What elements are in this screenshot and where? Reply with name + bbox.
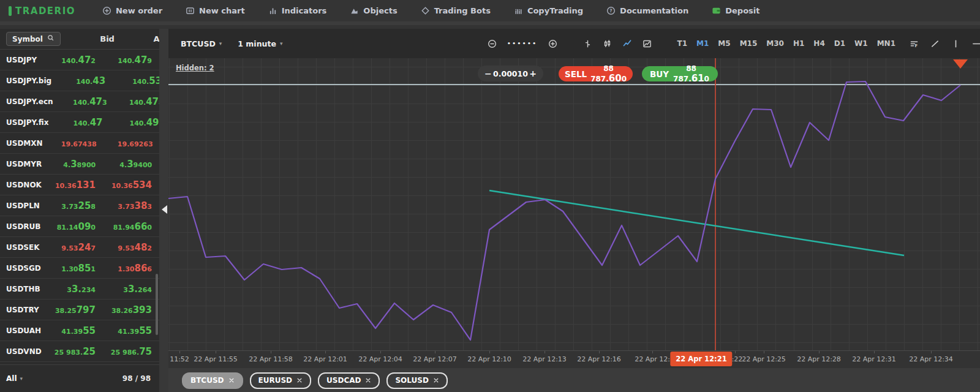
- sell-button[interactable]: SELL 88 787.600: [559, 66, 633, 81]
- bid-price: 38.25797: [42, 304, 96, 315]
- zoom-out-button[interactable]: [488, 39, 497, 48]
- nav-item-label: CopyTrading: [527, 6, 583, 15]
- tab-eurusd[interactable]: EURUSD: [250, 372, 312, 389]
- ask-price: 41.3955: [96, 325, 152, 336]
- timeframe-m5[interactable]: M5: [718, 39, 730, 48]
- bar-style-icon[interactable]: [583, 39, 592, 48]
- table-row[interactable]: USDJPY.fix140.47140.49: [0, 112, 159, 133]
- table-row[interactable]: USDTHB33.23433.264: [0, 279, 159, 300]
- table-row[interactable]: USDMYR4.389004.39400: [0, 154, 159, 175]
- timeframe-m15[interactable]: M15: [740, 39, 758, 48]
- nav-item-copytrading[interactable]: CopyTrading: [514, 6, 583, 15]
- nav-item-label: Indicators: [282, 6, 327, 15]
- table-row[interactable]: USDSEK9.532479.53482: [0, 237, 159, 258]
- symbol-header-label: Symbol: [12, 35, 43, 43]
- axis-label: 22 Apr 12:31: [852, 351, 896, 368]
- axis-label: 22 Apr 11:58: [249, 351, 293, 368]
- chart-panel: BTCUSD ▾ 1 minute ▾ •••••• T1M1M5M15M30H…: [168, 29, 980, 392]
- filter-dropdown[interactable]: All ▾: [6, 374, 23, 383]
- bid-price: 140.473: [53, 96, 107, 107]
- timeframe-mn1[interactable]: MN1: [877, 39, 895, 48]
- collapse-sidebar-arrow-icon[interactable]: [162, 205, 167, 214]
- table-row[interactable]: USDJPY.big140.43140.53: [0, 70, 159, 91]
- sell-label: SELL: [565, 69, 587, 79]
- line-style-icon[interactable]: [622, 39, 632, 48]
- timeframe-w1[interactable]: W1: [854, 39, 868, 48]
- tab-solusd[interactable]: SOLUSD: [386, 372, 447, 389]
- timeframe-d1[interactable]: D1: [834, 39, 845, 48]
- watchlist-scrollbar[interactable]: [156, 274, 158, 335]
- ask-price: 9.53482: [96, 241, 152, 253]
- close-icon[interactable]: [228, 377, 235, 383]
- table-row[interactable]: USDMXN19.6743819.69263: [0, 133, 159, 154]
- area-style-icon[interactable]: [643, 39, 652, 48]
- bid-price: 9.53247: [42, 241, 96, 253]
- timeframe-t1[interactable]: T1: [677, 39, 688, 48]
- time-axis[interactable]: 11:5222 Apr 11:5522 Apr 11:5822 Apr 12:0…: [168, 350, 980, 368]
- indicators-icon: [268, 6, 277, 15]
- symbol-label: USDSGD: [6, 264, 42, 273]
- search-icon: [47, 34, 55, 43]
- table-row[interactable]: USDJPY.ecn140.473140.478: [0, 91, 159, 112]
- symbol-label: USDRUB: [6, 222, 42, 231]
- axis-label: 22 Apr 12:04: [358, 351, 402, 368]
- indicator-settings-icon[interactable]: F: [910, 39, 919, 48]
- symbol-label: USDSEK: [6, 243, 42, 252]
- symbol-label: USDUAH: [6, 326, 42, 335]
- nav-item-new-order[interactable]: New order: [102, 6, 162, 15]
- timeframe-h1[interactable]: H1: [793, 39, 804, 48]
- symbol-select[interactable]: BTCUSD ▾: [181, 39, 222, 48]
- nav-item-objects[interactable]: Objects: [350, 6, 397, 15]
- trendline-icon[interactable]: [930, 39, 940, 48]
- selected-time-label: 22 Apr 12:21: [670, 352, 732, 366]
- main-menu: New orderNew chartIndicatorsObjectsTradi…: [102, 6, 760, 15]
- tab-usdcad[interactable]: USDCAD: [318, 372, 380, 389]
- table-row[interactable]: USDPLN3.732583.73383: [0, 195, 159, 216]
- close-icon[interactable]: [296, 377, 303, 383]
- zoom-in-button[interactable]: [548, 39, 557, 48]
- close-icon[interactable]: [365, 377, 371, 383]
- zoom-level-dots[interactable]: ••••••: [507, 40, 538, 47]
- trend-line[interactable]: [489, 190, 904, 255]
- bid-price: 25 983.25: [42, 345, 96, 357]
- horizontal-line-icon[interactable]: [972, 39, 980, 48]
- timeframe-m1[interactable]: M1: [696, 39, 709, 48]
- nav-item-trading-bots[interactable]: Trading Bots: [421, 6, 491, 15]
- nav-item-indicators[interactable]: Indicators: [268, 6, 327, 15]
- table-row[interactable]: USDTRY38.2579738.26393: [0, 300, 159, 320]
- axis-label: 22 Apr 12:28: [797, 351, 841, 368]
- symbol-search-button[interactable]: Symbol: [6, 32, 61, 46]
- vertical-line-icon[interactable]: [951, 39, 960, 48]
- buy-button[interactable]: BUY 88 787.610: [642, 66, 718, 81]
- brand-logo[interactable]: TRADERIO: [9, 6, 75, 17]
- nav-item-documentation[interactable]: ?Documentation: [606, 6, 688, 15]
- panel-divider: [159, 29, 168, 392]
- nav-item-new-chart[interactable]: New chart: [186, 6, 245, 15]
- spread-plus-button[interactable]: +: [529, 69, 537, 78]
- axis-label: 22 Apr 11:55: [194, 351, 238, 368]
- nav-item-deposit[interactable]: Deposit: [712, 6, 760, 15]
- table-row[interactable]: USDNOK10.3613110.36534: [0, 175, 159, 195]
- symbol-count: 98 / 98: [123, 374, 151, 383]
- table-row[interactable]: USDRUB81.1409081.94660: [0, 216, 159, 237]
- spread-stepper: − 0.00010 +: [478, 66, 543, 81]
- symbol-select-label: BTCUSD: [181, 39, 216, 48]
- close-icon[interactable]: [433, 377, 439, 383]
- table-row[interactable]: USDVND25 983.2525 986.75: [0, 341, 159, 362]
- axis-label: 22 Apr 12:13: [522, 351, 567, 368]
- tab-btcusd[interactable]: BTCUSD: [182, 372, 243, 389]
- symbol-label: USDJPY.big: [6, 77, 51, 85]
- ask-price: 19.69263: [97, 137, 153, 149]
- interval-select[interactable]: 1 minute ▾: [238, 39, 282, 48]
- timeframe-m30[interactable]: M30: [766, 39, 784, 48]
- timeframe-h4[interactable]: H4: [813, 39, 824, 48]
- spread-minus-button[interactable]: −: [484, 69, 492, 78]
- candle-style-icon[interactable]: [603, 39, 612, 48]
- tab-label: SOLUSD: [395, 376, 428, 385]
- table-row[interactable]: USDJPY140.472140.479: [0, 50, 159, 70]
- hidden-objects-link[interactable]: Hidden: 2: [176, 64, 214, 72]
- table-row[interactable]: USDUAH41.395541.3955: [0, 320, 159, 341]
- table-row[interactable]: USDSGD1.308511.30866: [0, 258, 159, 279]
- buy-price: 88 787.610: [673, 64, 710, 84]
- chart-area[interactable]: Hidden: 2 − 0.00010 + SELL 88 787.600 BU…: [168, 58, 980, 350]
